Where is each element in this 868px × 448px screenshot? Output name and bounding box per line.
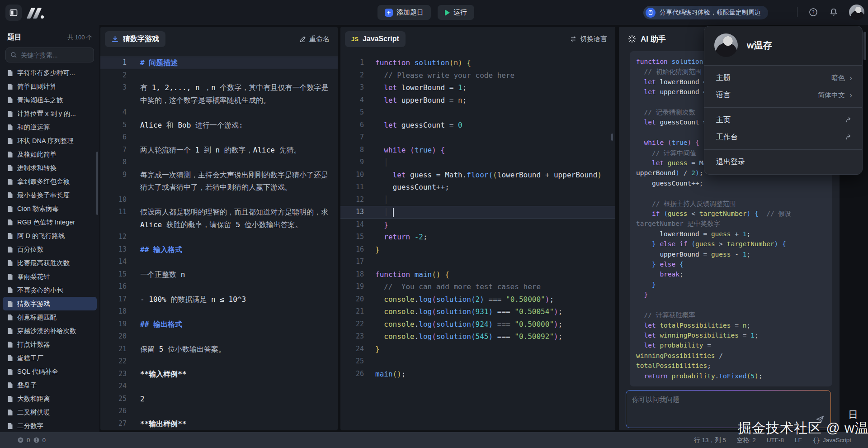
editor-line[interactable]: 1function solution(n) { (340, 57, 615, 69)
add-question-button[interactable]: + 添加题目 (377, 5, 431, 20)
editor-line[interactable]: 13## 输入格式 (100, 243, 338, 256)
editor-line[interactable]: 24 (100, 380, 338, 393)
editor-line[interactable]: 14 (100, 256, 338, 268)
editor-line[interactable]: 3有 1, 2,..., n ，n 个数字，其中有且仅有一个数字是中奖的，这个数… (100, 81, 338, 106)
editor-line[interactable]: 3 let lowerBound = 1; (340, 81, 615, 94)
sidebar-item[interactable]: 百分位数 (0, 243, 99, 256)
language-tab[interactable]: JS JavaScript (345, 31, 406, 47)
sidebar-item[interactable]: 二叉树供暖 (0, 405, 99, 419)
sidebar-item[interactable]: 环状 DNA 序列整理 (0, 134, 99, 148)
editor-line[interactable]: 9每完成一次猜测，主持会大声说出刚刚的数字是猜小了还是猜大了或者猜中了，若猜中则… (100, 169, 338, 194)
editor-line[interactable]: 18 (100, 305, 338, 318)
switch-language-button[interactable]: 切换语言 (570, 35, 607, 43)
editor-line[interactable]: 11假设两人都是聪明的理智的，而且都知道对方是聪明的，求 Alice 获胜的概率… (100, 206, 338, 231)
editor-line[interactable]: 17 (340, 256, 615, 268)
editor-line[interactable]: 18function main() { (340, 268, 615, 281)
notifications-button[interactable] (829, 8, 838, 17)
menu-item-language[interactable]: 语言 简体中文› (704, 86, 862, 104)
editor-line[interactable]: 27**输出样例** (100, 418, 338, 430)
editor-line[interactable]: 252 (100, 393, 338, 405)
promo-banner[interactable]: 分享代码练习体验，领限量定制周边 (643, 6, 768, 19)
sidebar-item[interactable]: 不再贪心的小包 (0, 283, 99, 297)
editor-line[interactable]: 12 (100, 231, 338, 243)
sidebar-item[interactable]: SQL 代码补全 (0, 365, 99, 378)
editor-line[interactable]: 22 console.log(solution(924) === "0.5000… (340, 318, 615, 331)
editor-line[interactable]: 22 (100, 355, 338, 368)
editor-line[interactable]: 16} (340, 243, 615, 256)
editor-line[interactable]: 5Alice 和 Bob 进行一个游戏: (100, 119, 338, 132)
editor-line[interactable]: 16 (100, 281, 338, 293)
code-scrollbar[interactable] (611, 133, 613, 141)
editor-line[interactable]: 8 while (true) { (340, 144, 615, 157)
sidebar-item[interactable]: 和的逆运算 (0, 120, 99, 134)
editor-line[interactable]: 20 console.log(solution(2) === "0.50000"… (340, 293, 615, 306)
run-button[interactable]: 运行 (438, 5, 474, 20)
editor-line[interactable]: 23**输入样例** (100, 368, 338, 381)
editor-line[interactable]: 4 (100, 106, 338, 119)
sidebar-item[interactable]: 阿 D 的飞行路线 (0, 229, 99, 243)
menu-item-theme[interactable]: 主题 暗色› (704, 69, 862, 86)
sidebar-item[interactable]: 叠盘子 (0, 378, 99, 392)
editor-line[interactable]: 2 (100, 69, 338, 82)
editor-line[interactable]: 13 │ (340, 206, 615, 219)
editor-line[interactable]: 1# 问题描述 (100, 57, 338, 69)
sidebar-item[interactable]: 比赛最高获胜次数 (0, 256, 99, 270)
editor-line[interactable]: 19 // You can add more test cases here (340, 281, 615, 293)
editor-line[interactable]: 17- 100% 的数据满足 n ≤ 10^3 (100, 293, 338, 306)
editor-line[interactable]: 9 │ (340, 156, 615, 169)
sidebar-item[interactable]: 拿到最多红包金额 (0, 175, 99, 188)
sidebar-item[interactable]: 暴雨梨花针 (0, 270, 99, 283)
editor-line[interactable]: 21保留 5 位小数输出答案。 (100, 343, 338, 356)
sidebar-toggle-button[interactable] (5, 5, 22, 21)
editor-line[interactable]: 23 console.log(solution(545) === "0.5009… (340, 330, 615, 343)
menu-item-logout[interactable]: 退出登录 (704, 153, 862, 171)
menu-item-home[interactable]: 主页 (704, 111, 862, 129)
sidebar-item[interactable]: 大数和距离 (0, 392, 99, 405)
editor-line[interactable]: 25 (340, 355, 615, 368)
sidebar-item[interactable]: 穿越沙漠的补给次数 (0, 324, 99, 338)
page-scrollbar[interactable] (863, 32, 866, 60)
sidebar-item[interactable]: 猜数字游戏 (3, 297, 97, 310)
sidebar-item[interactable]: RGB 色值转 Integer (0, 215, 99, 229)
cursor-position[interactable]: 行 13，列 5 (694, 436, 726, 444)
editor-line[interactable]: 12 │ (340, 194, 615, 206)
sidebar-item[interactable]: 青海湖租车之旅 (0, 93, 99, 107)
editor-line[interactable]: 6 let guessCount = 0 (340, 119, 615, 132)
editor-line[interactable]: 7两人轮流猜一个 1 到 n 的数字，Alice 先猜。 (100, 144, 338, 157)
help-button[interactable]: ? (809, 8, 818, 17)
editor-line[interactable]: 5 (340, 106, 615, 119)
sidebar-item[interactable]: 二分数字 (0, 419, 99, 433)
editor-line[interactable]: 2 // Please write your code here (340, 69, 615, 82)
sidebar-item[interactable]: 简单四则计算 (0, 80, 99, 93)
editor-line[interactable]: 10 let guess = Math.floor((lowerBound + … (340, 169, 615, 181)
menu-item-workspace[interactable]: 工作台 (704, 129, 862, 146)
sidebar-item[interactable]: 打点计数器 (0, 338, 99, 351)
sidebar-item[interactable]: 最小替换子串长度 (0, 188, 99, 202)
editor-line[interactable]: 4 let upperBound = n; (340, 94, 615, 107)
search-box[interactable] (5, 48, 94, 62)
sidebar-item[interactable]: Cion 勒索病毒 (0, 202, 99, 215)
editor-line[interactable]: 11 guessCount++; (340, 181, 615, 194)
editor-line[interactable]: 15 return -2; (340, 231, 615, 243)
sidebar-scrollbar[interactable] (96, 152, 98, 215)
sidebar-item[interactable]: 及格如此简单 (0, 148, 99, 161)
sidebar-item[interactable]: 进制求和转换 (0, 161, 99, 175)
eol-setting[interactable]: LF (795, 437, 802, 443)
sidebar-item[interactable]: 创意标题匹配 (0, 310, 99, 324)
editor-line[interactable]: 8 (100, 156, 338, 169)
editor-line[interactable]: 14 } (340, 219, 615, 231)
search-input[interactable] (21, 52, 89, 59)
editor-line[interactable]: 19## 输出格式 (100, 318, 338, 331)
editor-line[interactable]: 15一个正整数 n (100, 268, 338, 281)
user-avatar[interactable] (849, 5, 864, 20)
app-logo[interactable] (29, 7, 44, 19)
sidebar-item[interactable]: 计算位置 x 到 y 的... (0, 107, 99, 120)
editor-line[interactable]: 7 (340, 131, 615, 144)
editor-line[interactable]: 26 (100, 405, 338, 418)
ai-chat-input[interactable] (632, 396, 825, 415)
sidebar-item[interactable]: 字符串有多少种可... (0, 66, 99, 80)
editor-line[interactable]: 20 (100, 330, 338, 343)
rename-button[interactable]: 重命名 (299, 35, 330, 43)
sidebar-item[interactable]: 蛋糕工厂 (0, 351, 99, 365)
problem-tab[interactable]: 猜数字游戏 (105, 31, 165, 47)
